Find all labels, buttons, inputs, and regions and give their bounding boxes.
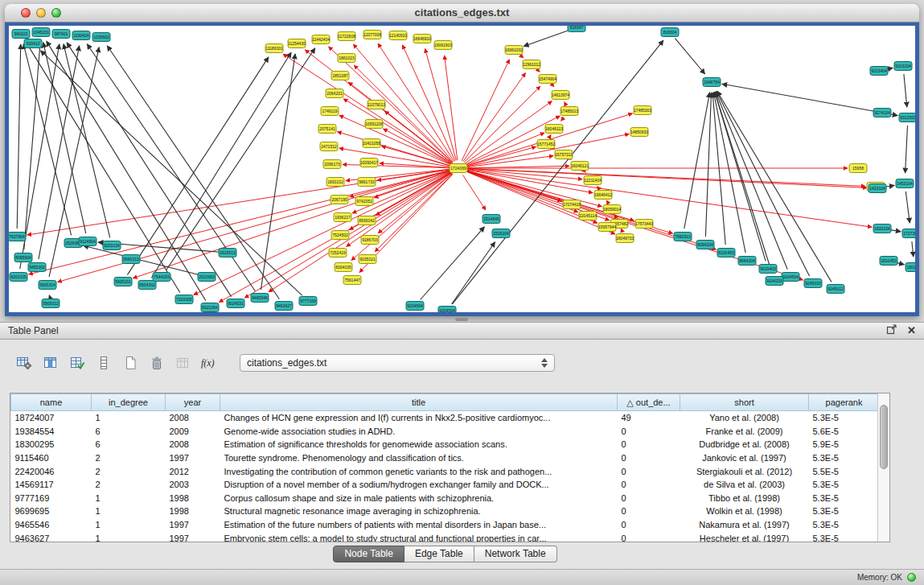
memory-indicator[interactable] xyxy=(907,573,916,582)
graph-node[interactable]: 11722608 xyxy=(338,32,355,41)
graph-node[interactable]: 14613974 xyxy=(552,91,569,100)
network-canvas[interactable]: 1724069186102318510872064201174911920751… xyxy=(9,26,915,312)
graph-node[interactable]: 8664204 xyxy=(738,257,756,266)
graph-node[interactable]: 9455302 xyxy=(28,263,46,272)
graph-node[interactable]: 7990913 xyxy=(674,233,692,241)
graph-node[interactable]: 8094204 xyxy=(696,241,714,249)
graph-node[interactable]: 15958 xyxy=(849,164,867,173)
table-row[interactable]: 1830029562008Estimation of significance … xyxy=(11,438,880,451)
graph-node[interactable]: 12140910 xyxy=(389,31,407,40)
graph-node[interactable]: 9104233 xyxy=(766,277,783,286)
panel-resize-grip[interactable] xyxy=(455,318,468,321)
column-header-name[interactable]: name xyxy=(11,394,92,411)
graph-node[interactable]: 2520683 xyxy=(198,273,216,282)
graph-node[interactable]: 8321064 xyxy=(201,303,219,312)
graph-node[interactable]: 9274104 xyxy=(873,109,891,117)
graph-node[interactable]: 1948754 xyxy=(703,78,721,87)
graph-node[interactable]: 22045114 xyxy=(579,212,597,220)
graph-node[interactable]: 1514845 xyxy=(483,215,500,224)
graph-node[interactable]: 1035602 xyxy=(92,33,110,42)
graph-node[interactable]: 9203134 xyxy=(103,241,121,250)
graph-node[interactable]: 7561447 xyxy=(343,276,361,285)
graph-node[interactable]: 18059014 xyxy=(603,205,621,214)
graph-node[interactable]: 9019403 xyxy=(759,265,777,274)
graph-node[interactable]: 9213404 xyxy=(870,67,888,76)
graph-node[interactable]: 9203105 xyxy=(10,273,27,282)
graph-node[interactable]: 2067195 xyxy=(331,196,348,204)
graph-node[interactable]: 16961032 xyxy=(505,46,523,55)
column-header-out-de[interactable]: △ out_de... xyxy=(618,394,680,411)
graph-node[interactable]: 7203305 xyxy=(175,295,193,304)
graph-node[interactable]: 9104504 xyxy=(782,273,799,282)
graph-node[interactable]: 17573443 xyxy=(635,220,653,229)
graph-node[interactable]: 16046121 xyxy=(571,162,589,171)
new-table-icon[interactable] xyxy=(121,354,140,372)
minimize-button[interactable] xyxy=(36,8,46,18)
graph-node[interactable]: 9234504 xyxy=(406,302,424,311)
graph-node[interactable]: 9312503 xyxy=(899,113,915,122)
graph-node[interactable]: 9861733 xyxy=(358,178,376,187)
zoom-button[interactable] xyxy=(51,8,61,18)
column-header-year[interactable]: year xyxy=(166,394,220,411)
graph-node[interactable]: 1861023 xyxy=(338,54,355,63)
graph-node[interactable]: 818347 xyxy=(568,26,585,32)
graph-node[interactable]: 10591206 xyxy=(365,120,383,129)
graph-node[interactable]: 9186703 xyxy=(361,236,379,245)
tab-network-table[interactable]: Network Table xyxy=(474,546,557,562)
column-header-in-degree[interactable]: in_degree xyxy=(92,394,166,411)
graph-node[interactable]: 15771452 xyxy=(537,140,555,149)
graph-node[interactable]: 12961012 xyxy=(523,60,540,69)
table-scrollbar[interactable] xyxy=(877,393,889,542)
graph-node[interactable]: 18049733 xyxy=(616,234,634,243)
graph-node[interactable]: 1045231 xyxy=(32,28,50,37)
graph-node[interactable]: 960103 xyxy=(12,30,30,39)
graph-node[interactable]: 10090417 xyxy=(360,159,378,167)
graph-node[interactable]: 2471512 xyxy=(320,142,338,151)
graph-node[interactable]: 7524502 xyxy=(331,231,349,240)
graph-node[interactable]: 16646910 xyxy=(413,35,431,43)
close-panel-icon[interactable]: ✕ xyxy=(907,325,916,336)
graph-node[interactable]: 7544203 xyxy=(153,273,170,282)
graph-node[interactable]: 9742051 xyxy=(355,197,373,206)
graph-node[interactable]: 7252419 xyxy=(329,249,347,257)
close-button[interactable] xyxy=(21,8,31,18)
graph-node[interactable]: 5905201 xyxy=(114,278,132,286)
graph-node[interactable]: 9313204 xyxy=(894,62,912,71)
graph-node[interactable]: 6504302 xyxy=(138,281,156,290)
graph-node[interactable]: 11254430 xyxy=(288,39,306,48)
graph-node[interactable]: 2064201 xyxy=(326,89,343,98)
graph-node[interactable]: 9324504 xyxy=(438,307,456,313)
graph-node[interactable]: 12077008 xyxy=(363,31,381,39)
graph-node[interactable]: 9024531 xyxy=(227,299,244,308)
column-header-title[interactable]: title xyxy=(220,394,618,411)
graph-node[interactable]: 9245033 xyxy=(804,279,822,288)
graph-node[interactable]: 17074418 xyxy=(563,200,581,209)
graph-node[interactable]: 15957944 xyxy=(598,223,616,232)
graph-node[interactable]: 11442404 xyxy=(312,35,330,44)
table-row[interactable]: 911546021997Tourette syndrome. Phenomeno… xyxy=(11,451,880,465)
graph-node[interactable]: 9245012 xyxy=(827,285,844,294)
graph-node[interactable]: 1724069 xyxy=(450,164,467,173)
graph-node[interactable]: 9465546 xyxy=(251,294,269,303)
function-builder-icon[interactable]: f(x) xyxy=(200,354,220,372)
row-height-icon[interactable] xyxy=(94,354,113,372)
graph-node[interactable]: 16757311 xyxy=(555,150,573,159)
graph-node[interactable]: 14850933 xyxy=(630,128,648,137)
table-settings-icon[interactable] xyxy=(14,354,34,372)
graph-node[interactable]: 9463627 xyxy=(275,302,293,311)
graph-node[interactable]: 15474904 xyxy=(539,75,556,84)
graph-node[interactable]: 920413 xyxy=(24,39,42,48)
graph-node[interactable]: 5905314 xyxy=(39,281,56,290)
graph-node[interactable]: 12211404 xyxy=(584,176,602,185)
graph-node[interactable]: 8936042 xyxy=(358,216,376,225)
graph-node[interactable]: 1936217 xyxy=(334,213,351,222)
graph-node[interactable]: 1633104 xyxy=(873,225,891,233)
graph-node[interactable]: 16046113 xyxy=(545,125,563,134)
graph-node[interactable]: 17485303 xyxy=(634,106,651,115)
window-titlebar[interactable]: citations_edges.txt xyxy=(5,4,919,23)
apply-columns-icon[interactable] xyxy=(68,354,87,372)
graph-node[interactable]: 1453104 xyxy=(896,179,914,188)
tab-edge-table[interactable]: Edge Table xyxy=(405,546,474,562)
table-row[interactable]: 946362711997Embryonic stem cells: a mode… xyxy=(11,531,880,542)
graph-node[interactable]: 10421058 xyxy=(363,139,380,148)
